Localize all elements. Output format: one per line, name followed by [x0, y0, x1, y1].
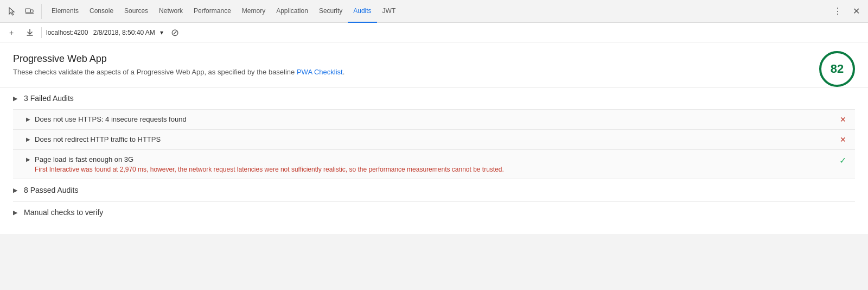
tab-console[interactable]: Console: [84, 0, 119, 23]
tab-memory[interactable]: Memory: [237, 0, 271, 23]
datetime-text: 2/8/2018, 8:50:40 AM: [93, 29, 155, 36]
toolbar-icon-group: [4, 4, 42, 19]
failed-audits-header[interactable]: ▶ 3 Failed Audits: [13, 87, 855, 109]
manual-group-chevron-icon: ▶: [13, 209, 20, 216]
dropdown-arrow-icon: ▾: [160, 29, 163, 36]
manual-checks-group: ▶ Manual checks to verify: [13, 201, 855, 223]
failed-audits-group: ▶ 3 Failed Audits ▶ Does not use HTTPS: …: [13, 87, 855, 179]
failed-audit-items: ▶ Does not use HTTPS: 4 insecure request…: [13, 109, 855, 179]
manual-checks-label: Manual checks to verify: [24, 208, 103, 217]
audit-item-status-fail: ✕: [840, 115, 846, 124]
audit-item[interactable]: ▶ Page load is fast enough on 3G First I…: [13, 149, 855, 179]
tab-sources[interactable]: Sources: [119, 0, 154, 23]
main-content: Progressive Web App These checks validat…: [0, 42, 868, 234]
desc-prefix: These checks validate the aspects of a P…: [13, 68, 297, 76]
audit-item[interactable]: ▶ Does not redirect HTTP traffic to HTTP…: [13, 129, 855, 149]
passed-audits-label: 8 Passed Audits: [24, 186, 78, 194]
tab-list: ElementsConsoleSourcesNetworkPerformance…: [46, 0, 830, 23]
audit-item-status-pass: ✓: [839, 155, 846, 166]
section-description: These checks validate the aspects of a P…: [13, 68, 855, 76]
audit-item-chevron-icon: ▶: [26, 136, 30, 142]
audit-item-label: Does not use HTTPS: 4 insecure requests …: [35, 115, 840, 123]
failed-audits-label: 3 Failed Audits: [24, 94, 74, 103]
tab-performance[interactable]: Performance: [188, 0, 237, 23]
toolbar-divider: [41, 27, 42, 38]
passed-group-chevron-icon: ▶: [13, 187, 20, 194]
tab-audits[interactable]: Audits: [348, 0, 376, 23]
more-options-button[interactable]: ⋮: [830, 4, 845, 19]
audit-item-sub-text: First Interactive was found at 2,970 ms,…: [35, 166, 839, 173]
passed-audits-group: ▶ 8 Passed Audits: [13, 179, 855, 201]
desc-suffix: .: [343, 68, 345, 76]
audit-item-label: Does not redirect HTTP traffic to HTTPS: [35, 135, 840, 143]
cursor-tool-button[interactable]: [4, 4, 20, 19]
audit-item-label: Page load is fast enough on 3G: [35, 155, 839, 163]
tab-elements[interactable]: Elements: [46, 0, 84, 23]
manual-checks-header[interactable]: ▶ Manual checks to verify: [13, 201, 855, 223]
url-selector[interactable]: localhost:4200 2/8/2018, 8:50:40 AM ▾: [46, 29, 163, 36]
audit-item-chevron-icon: ▶: [26, 116, 30, 122]
add-button[interactable]: +: [4, 26, 18, 40]
close-devtools-button[interactable]: ✕: [848, 4, 864, 19]
tab-application[interactable]: Application: [271, 0, 314, 23]
devtools-toolbar: ElementsConsoleSourcesNetworkPerformance…: [0, 0, 868, 23]
block-requests-button[interactable]: ⊘: [168, 26, 182, 40]
pwa-checklist-link[interactable]: PWA Checklist: [297, 68, 343, 76]
tab-security[interactable]: Security: [314, 0, 348, 23]
score-value: 82: [831, 62, 844, 76]
section-title: Progressive Web App: [13, 53, 855, 65]
device-toggle-button[interactable]: [22, 4, 37, 19]
toolbar-right-actions: ⋮ ✕: [830, 4, 864, 19]
tab-jwt[interactable]: JWT: [377, 0, 401, 23]
url-text: localhost:4200: [46, 29, 88, 36]
passed-audits-header[interactable]: ▶ 8 Passed Audits: [13, 179, 855, 201]
audit-item-chevron-icon: ▶: [26, 156, 30, 162]
tab-network[interactable]: Network: [154, 0, 188, 23]
svg-rect-1: [30, 10, 33, 12]
export-button[interactable]: [23, 26, 37, 40]
secondary-toolbar: + localhost:4200 2/8/2018, 8:50:40 AM ▾ …: [0, 23, 868, 42]
score-circle: 82: [819, 51, 855, 87]
audit-item-status-fail: ✕: [840, 135, 846, 144]
failed-group-chevron-icon: ▶: [13, 95, 20, 102]
svg-rect-0: [25, 9, 30, 12]
audit-item[interactable]: ▶ Does not use HTTPS: 4 insecure request…: [13, 109, 855, 129]
